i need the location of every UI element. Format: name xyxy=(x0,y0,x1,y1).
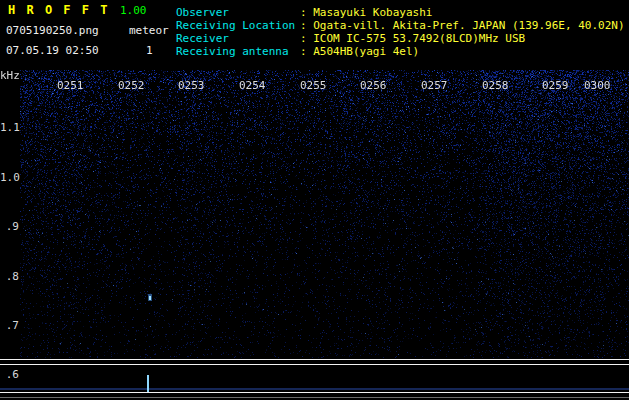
time-tick: 0255 xyxy=(300,80,327,92)
freq-axis-unit: kHz xyxy=(0,70,19,82)
time-tick: 0252 xyxy=(118,80,145,92)
strip-lower-border xyxy=(0,397,629,398)
time-tick: 0254 xyxy=(239,80,266,92)
strip-top-border xyxy=(0,364,629,365)
strip-bottom-border xyxy=(0,392,629,393)
freq-tick: .7 xyxy=(0,320,19,332)
time-tick: 0256 xyxy=(360,80,387,92)
station-info: Observer : Masayuki Kobayashi Receiving … xyxy=(176,6,625,58)
info-row-location: Receiving Location : Ogata-vill. Akita-P… xyxy=(176,19,625,32)
time-tick: 0251 xyxy=(57,80,84,92)
observation-datetime: 07.05.19 02:50 xyxy=(6,45,99,57)
info-value: : A504HB(yagi 4el) xyxy=(300,45,419,58)
meteor-count: 1 xyxy=(146,45,153,57)
mode-label: meteor xyxy=(129,25,169,37)
level-spike xyxy=(147,375,149,392)
time-tick: 0258 xyxy=(482,80,509,92)
info-label: Receiving Location xyxy=(176,19,300,32)
output-filename: 0705190250.png xyxy=(6,25,99,37)
info-label: Observer xyxy=(176,6,300,19)
time-tick: 0259 xyxy=(542,80,569,92)
time-axis: 0251 0252 0253 0254 0255 0256 0257 0258 … xyxy=(20,80,629,92)
freq-tick: 1.0 xyxy=(0,172,19,184)
app-title: H R O F F T xyxy=(8,4,109,16)
time-tick: 0300 xyxy=(584,80,611,92)
time-tick: 0257 xyxy=(421,80,448,92)
info-row-observer: Observer : Masayuki Kobayashi xyxy=(176,6,625,19)
info-label: Receiving antenna xyxy=(176,45,300,58)
freq-tick: .9 xyxy=(0,221,19,233)
info-label: Receiver xyxy=(176,32,300,45)
level-baseline xyxy=(0,388,629,390)
strip-outer-border xyxy=(0,359,629,360)
info-value: : ICOM IC-575 53.7492(8LCD)MHz USB xyxy=(300,32,525,45)
info-value: : Ogata-vill. Akita-Pref. JAPAN (139.96E… xyxy=(300,19,625,32)
freq-tick: 1.1 xyxy=(0,122,19,134)
freq-tick: .8 xyxy=(0,271,19,283)
hrofft-output-image: H R O F F T 1.00 0705190250.png meteor 0… xyxy=(0,0,629,400)
info-value: : Masayuki Kobayashi xyxy=(300,6,432,19)
freq-tick: .6 xyxy=(0,369,19,381)
app-version: 1.00 xyxy=(120,5,147,17)
spectrogram-canvas xyxy=(20,70,629,358)
info-row-antenna: Receiving antenna : A504HB(yagi 4el) xyxy=(176,45,625,58)
time-tick: 0253 xyxy=(178,80,205,92)
info-row-receiver: Receiver : ICOM IC-575 53.7492(8LCD)MHz … xyxy=(176,32,625,45)
